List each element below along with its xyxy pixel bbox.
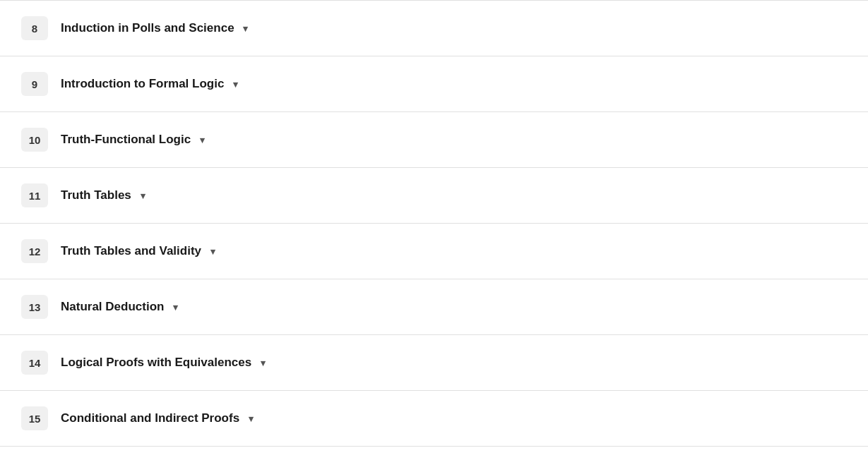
chapter-title: Truth-Functional Logic ▾ — [61, 133, 847, 147]
chapter-item[interactable]: 9Introduction to Formal Logic ▾ — [0, 56, 868, 112]
chevron-down-icon: ▾ — [210, 246, 215, 257]
chevron-down-icon: ▾ — [233, 79, 238, 90]
chapter-title: Truth Tables ▾ — [61, 188, 847, 202]
chapter-item[interactable]: 10Truth-Functional Logic ▾ — [0, 112, 868, 168]
chapter-item[interactable]: 8Induction in Polls and Science ▾ — [0, 0, 868, 56]
chevron-down-icon: ▾ — [249, 413, 254, 424]
chapter-number-badge: 12 — [21, 239, 48, 263]
chapter-title: Induction in Polls and Science ▾ — [61, 21, 847, 35]
chapter-number-badge: 9 — [21, 72, 48, 96]
chapter-title: Conditional and Indirect Proofs ▾ — [61, 411, 847, 425]
chapter-item[interactable]: 12Truth Tables and Validity ▾ — [0, 224, 868, 279]
chevron-down-icon: ▾ — [141, 190, 145, 201]
chevron-down-icon: ▾ — [261, 358, 266, 368]
chapter-number-badge: 15 — [21, 406, 48, 430]
chapter-title: Introduction to Formal Logic ▾ — [61, 77, 847, 91]
chapter-number-badge: 11 — [21, 183, 48, 207]
chapter-number-badge: 13 — [21, 295, 48, 319]
chapter-title: Natural Deduction ▾ — [61, 300, 847, 314]
chapter-number-badge: 8 — [21, 16, 48, 40]
chapter-item[interactable]: 11Truth Tables ▾ — [0, 168, 868, 224]
chapter-item[interactable]: 14Logical Proofs with Equivalences ▾ — [0, 335, 868, 391]
chapter-item[interactable]: 13Natural Deduction ▾ — [0, 279, 868, 335]
chevron-down-icon: ▾ — [243, 23, 248, 34]
chapter-list: 8Induction in Polls and Science ▾9Introd… — [0, 0, 868, 447]
chapter-number-badge: 14 — [21, 351, 48, 375]
chapter-item[interactable]: 15Conditional and Indirect Proofs ▾ — [0, 391, 868, 447]
chapter-number-badge: 10 — [21, 128, 48, 152]
chevron-down-icon: ▾ — [173, 302, 178, 313]
chapter-title: Logical Proofs with Equivalences ▾ — [61, 356, 847, 370]
chevron-down-icon: ▾ — [200, 135, 205, 145]
chapter-title: Truth Tables and Validity ▾ — [61, 244, 847, 258]
